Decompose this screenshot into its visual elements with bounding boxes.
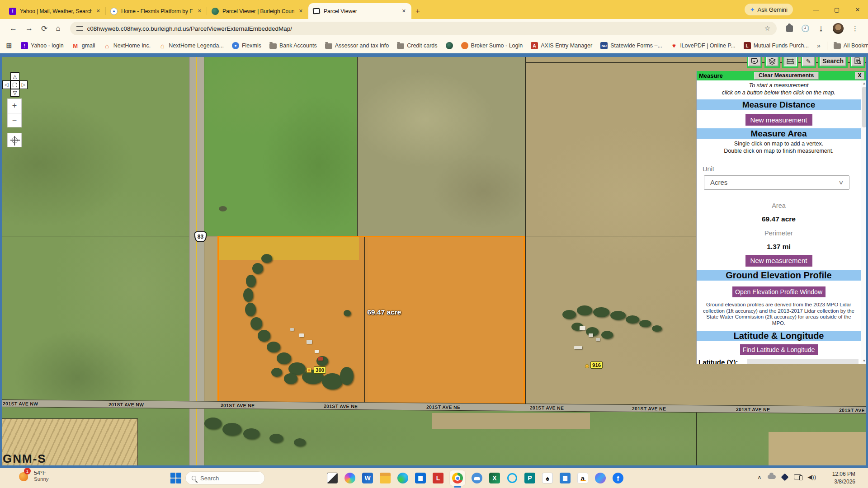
taskbar-weather-widget[interactable]: 1 54°F Sunny (19, 470, 49, 482)
reload-icon[interactable]: ⟳ (41, 24, 47, 33)
taskbar-app-onedrive[interactable] (471, 472, 483, 484)
window-maximize-button[interactable]: ▢ (826, 1, 847, 18)
draw-tool-button[interactable]: ✎ (801, 57, 816, 68)
taskbar-app-chrome[interactable] (450, 470, 465, 486)
address-point-marker-916[interactable] (585, 364, 589, 368)
search-button[interactable]: Search (818, 57, 848, 68)
scroll-thumb[interactable] (862, 87, 866, 127)
copilot-icon (344, 473, 355, 483)
profile-avatar[interactable] (833, 23, 844, 34)
display-icon[interactable] (794, 474, 801, 479)
start-button[interactable] (170, 473, 181, 483)
parcel-tool-button[interactable] (747, 57, 762, 68)
bookmark-mutual-funds-purch[interactable]: LMutual Funds Purch... (744, 42, 809, 49)
all-bookmarks-button[interactable]: All Bookmarks (834, 42, 868, 49)
latitude-input[interactable] (747, 359, 859, 364)
layers-button[interactable] (764, 57, 780, 68)
tab-close-icon[interactable]: ✕ (401, 8, 407, 14)
zoom-in-button[interactable]: + (8, 99, 21, 113)
home-icon[interactable]: ⌂ (56, 24, 60, 33)
taskbar-clock[interactable]: 12:06 PM 3/8/2026 (832, 470, 855, 486)
address-point-marker-300[interactable] (307, 368, 311, 373)
panel-close-button[interactable]: X (855, 72, 864, 80)
download-icon[interactable]: ⭳ (818, 25, 825, 33)
unit-select[interactable]: Acres ∨ (704, 175, 849, 190)
bookmark-globe-dark[interactable] (446, 42, 453, 49)
pan-down-button[interactable]: ▽ (10, 89, 19, 97)
menu-kebab-icon[interactable]: ⋮ (852, 24, 859, 33)
ask-gemini-button[interactable]: ✦ Ask Gemini (745, 4, 793, 15)
taskbar-app-ms-store[interactable]: ▦ (415, 472, 426, 484)
url-text[interactable]: c08hwyweb.c08hwy.co.burleigh.nd.us/Parce… (87, 25, 760, 32)
taskbar-app-designer[interactable] (594, 472, 606, 484)
bookmark-nexthome-inc[interactable]: ⌂NextHome Inc. (104, 42, 151, 49)
speaker-icon[interactable]: ◀)) (807, 474, 816, 480)
taskbar-app-word[interactable]: W (362, 472, 373, 484)
dropbox-icon[interactable] (781, 473, 789, 481)
highway-83-shield: 83 (194, 231, 207, 242)
parcel-map[interactable]: 201ST AVE NW201ST AVE NW201ST AVE NE201S… (0, 57, 868, 465)
measure-tool-button[interactable] (782, 57, 798, 68)
bookmark-yahoo-login[interactable]: !Yahoo - login (21, 42, 64, 49)
tab-close-icon[interactable]: ✕ (95, 8, 101, 14)
site-info-icon[interactable] (76, 26, 83, 31)
taskbar-app-file-explorer[interactable] (379, 472, 391, 484)
tab-title: Parcel Viewer | Burleigh County (222, 8, 294, 14)
bookmark-axis-entry-manager[interactable]: AAXIS Entry Manager (531, 42, 592, 49)
bookmarks-overflow-icon[interactable]: » (817, 42, 821, 49)
pan-left-button[interactable]: ◁ (2, 80, 10, 89)
taskbar-app-copilot[interactable] (344, 472, 356, 484)
identify-search-button[interactable] (850, 57, 865, 68)
new-tab-button[interactable]: + (411, 5, 424, 18)
zoom-out-button[interactable]: − (8, 113, 21, 128)
taskbar-app-excel[interactable]: X (489, 472, 500, 484)
onedrive-cloud-icon[interactable] (768, 475, 776, 479)
bookmark-label: NextHome Legenda... (169, 42, 224, 49)
locate-button[interactable] (7, 133, 22, 147)
full-extent-button[interactable] (10, 80, 19, 89)
taskbar-app-task-view[interactable] (326, 472, 338, 484)
tab-globe[interactable]: Parcel Viewer | Burleigh County✕ (207, 3, 308, 19)
new-measurement-area-button[interactable]: New measurement (745, 255, 812, 267)
taskbar-app-facebook[interactable]: f (612, 472, 624, 484)
bookmark-statewide-forms[interactable]: NDStatewide Forms –... (600, 42, 662, 49)
bookmark-broker-sumo-login[interactable]: Broker Sumo - Login (461, 42, 523, 49)
window-minimize-button[interactable]: — (806, 1, 826, 18)
tab-yahoo[interactable]: !Yahoo | Mail, Weather, Search, F✕ (5, 3, 106, 19)
bookmark-flexmls[interactable]: ●Flexmls (232, 42, 261, 49)
extensions-puzzle-icon[interactable] (786, 25, 793, 32)
taskbar-app-calculator[interactable]: ▦ (559, 472, 571, 484)
taskbar-app-alexa[interactable] (506, 472, 518, 484)
taskbar-app-solitaire[interactable]: ♠ (542, 472, 553, 484)
taskbar-search-box[interactable]: Search (185, 471, 265, 485)
document-search-icon (851, 57, 864, 66)
new-measurement-distance-button[interactable]: New measurement (745, 114, 812, 126)
taskbar-app-amazon[interactable]: a (577, 472, 589, 484)
open-elevation-profile-button[interactable]: Open Elevation Profile Window (732, 286, 826, 297)
pan-up-button[interactable]: △ (10, 72, 19, 80)
bookmark-gmail[interactable]: Mgmail (72, 42, 95, 49)
bookmark-star-icon[interactable]: ☆ (764, 24, 770, 33)
tab-nd-outline[interactable]: Parcel Viewer✕ (308, 3, 411, 19)
find-latitude-longitude-button[interactable]: Find Latitude & Longitude (740, 344, 818, 355)
taskbar-app-l-app[interactable]: L (432, 472, 444, 484)
bookmark-ilovepdf-online-p[interactable]: ♥iLovePDF | Online P... (670, 42, 736, 49)
window-close-button[interactable]: ✕ (847, 1, 868, 18)
pan-right-button[interactable]: ▷ (19, 80, 28, 89)
history-clock-icon[interactable]: 🕘 (801, 24, 810, 33)
taskbar-app-edge[interactable] (397, 472, 409, 484)
bookmark-nexthome-legenda[interactable]: ⌂NextHome Legenda... (159, 42, 224, 49)
tab-close-icon[interactable]: ✕ (298, 8, 304, 14)
clear-measurements-button[interactable]: Clear Measurements (754, 72, 818, 80)
bookmark-apps-grid[interactable]: ⊞ (5, 42, 13, 49)
chevron-up-icon[interactable]: ∧ (758, 474, 762, 480)
bookmark-credit-cards[interactable]: Credit cards (397, 42, 437, 49)
back-icon[interactable]: ← (9, 24, 17, 33)
taskbar-app-publisher[interactable]: P (524, 472, 536, 484)
tab-close-icon[interactable]: ✕ (197, 8, 203, 14)
bookmark-assessor-and-tax-info[interactable]: Assessor and tax info (325, 42, 389, 49)
forward-icon[interactable]: → (25, 24, 33, 33)
bookmark-bank-accounts[interactable]: Bank Accounts (269, 42, 317, 49)
address-bar[interactable]: c08hwyweb.c08hwy.co.burleigh.nd.us/Parce… (70, 22, 777, 35)
tab-flexmls-pin[interactable]: ●Home - Flexmls Platform by FBS✕ (106, 3, 207, 19)
